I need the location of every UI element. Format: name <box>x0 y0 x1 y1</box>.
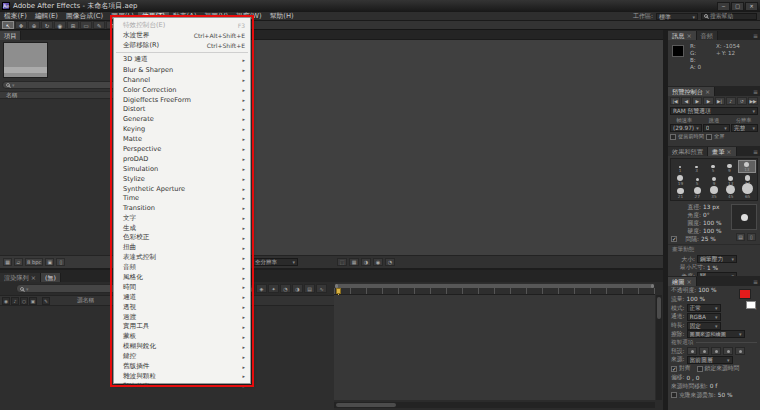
menu-category-21[interactable]: 表達式控制▸ <box>114 253 250 263</box>
clone-overlay-value[interactable]: 50 % <box>718 392 733 398</box>
menu-category-31[interactable]: 鍵控▸ <box>114 352 250 362</box>
source-name-header[interactable]: 源名稱 <box>77 296 94 305</box>
menu-category-34[interactable]: 類比仿真▸ <box>114 381 250 391</box>
full-screen-checkbox[interactable] <box>706 134 712 140</box>
panel-menu-icon[interactable] <box>751 147 760 156</box>
aligned-checkbox[interactable] <box>671 366 677 372</box>
source-time-shift-value[interactable]: 0 f <box>710 383 718 389</box>
menu-category-11[interactable]: proDAD▸ <box>114 154 250 164</box>
background-color-swatch[interactable] <box>746 301 756 309</box>
brush-preset-65[interactable]: 65 <box>739 186 756 199</box>
menu-category-29[interactable]: 蒙板▸ <box>114 332 250 342</box>
menu-category-22[interactable]: 音頻▸ <box>114 263 250 273</box>
last-frame-button[interactable]: ▶| <box>715 97 725 105</box>
menu-category-19[interactable]: 色彩校正▸ <box>114 233 250 243</box>
menu-category-25[interactable]: 通道▸ <box>114 292 250 302</box>
menubar-help[interactable]: 幫助(H) <box>266 12 298 21</box>
from-current-time-checkbox[interactable] <box>670 134 676 140</box>
maximize-button[interactable]: □ <box>731 2 744 11</box>
menubar-file[interactable]: 檔案(F) <box>0 12 31 21</box>
play-button[interactable]: ▶ <box>692 97 702 105</box>
menu-category-26[interactable]: 透視▸ <box>114 302 250 312</box>
solo-icon[interactable]: ○ <box>20 297 28 305</box>
menu-category-30[interactable]: 模糊與銳化▸ <box>114 342 250 352</box>
preview-setting-1[interactable]: 0 <box>703 124 730 132</box>
menu-category-24[interactable]: 時間▸ <box>114 282 250 292</box>
color-depth-button[interactable]: 8 bpc <box>25 258 43 266</box>
brush-preset-1[interactable]: 1 <box>672 160 688 173</box>
menu-category-14[interactable]: Synthetic Aperture▸ <box>114 184 250 194</box>
lock-icon[interactable]: ▣ <box>29 297 37 305</box>
menubar-composition[interactable]: 圖像合成(C) <box>62 12 107 21</box>
menu-category-4[interactable]: Color Correction▸ <box>114 85 250 95</box>
pen-tool[interactable]: ✎ <box>93 21 105 29</box>
brush-preset-27[interactable]: 27 <box>689 186 706 199</box>
menu-category-23[interactable]: 風格化▸ <box>114 273 250 283</box>
menu-category-33[interactable]: 雜波與顆粒▸ <box>114 372 250 382</box>
menu-category-13[interactable]: Stylize▸ <box>114 174 250 184</box>
menu-category-1[interactable]: 3D 通道▸ <box>114 55 250 65</box>
menu-category-2[interactable]: Blur & Sharpen▸ <box>114 65 250 75</box>
timecode-icon[interactable]: ◔ <box>385 258 395 266</box>
menubar-edit[interactable]: 編輯(E) <box>31 12 62 21</box>
tab-brushes[interactable]: 畫筆 <box>708 147 737 156</box>
new-composition-icon[interactable]: ▣ <box>45 258 54 266</box>
brush-preset-21[interactable]: 21 <box>672 186 689 199</box>
panel-menu-icon[interactable] <box>751 87 760 96</box>
camera-tool[interactable]: ◉ <box>54 21 66 29</box>
brush-preset-19[interactable]: 19 <box>672 173 689 186</box>
menu-category-16[interactable]: Transition▸ <box>114 203 250 213</box>
brainstorm-icon[interactable]: ▤ <box>304 284 315 293</box>
panel-menu-icon[interactable] <box>751 31 760 40</box>
blend-mode-dropdown[interactable]: 正常 <box>687 304 721 312</box>
tab-audio[interactable]: 音頻 <box>697 31 718 40</box>
menu-category-3[interactable]: Channel▸ <box>114 75 250 85</box>
channels-dropdown[interactable]: RGBA <box>687 313 721 321</box>
tab-project[interactable]: 項目 <box>0 31 21 40</box>
tab-effects-presets[interactable]: 效果和預置 <box>668 147 708 156</box>
audio-icon[interactable]: ♪ <box>11 297 19 305</box>
brush-preset-9[interactable]: 9 <box>706 173 723 186</box>
clone-preset-4[interactable] <box>723 347 733 355</box>
clone-source-dropdown[interactable]: 當前圖層 <box>687 356 733 364</box>
hide-shy-icon[interactable]: ✦ <box>268 284 279 293</box>
mask-visibility-icon[interactable]: ◑ <box>361 258 371 266</box>
resolution-dropdown[interactable]: 全分辨率 <box>252 258 298 266</box>
lock-source-time-checkbox[interactable] <box>697 366 703 372</box>
horizontal-scrollbar[interactable] <box>334 402 655 408</box>
flow-value[interactable]: 100 % <box>687 296 705 302</box>
new-brush-icon[interactable]: ▤ <box>736 233 745 241</box>
menu-category-17[interactable]: 文字▸ <box>114 213 250 223</box>
snapshot-icon[interactable]: ◉ <box>373 258 383 266</box>
menu-category-27[interactable]: 過渡▸ <box>114 312 250 322</box>
brush-preset-45[interactable]: 45 <box>722 186 739 199</box>
menu-category-7[interactable]: Generate▸ <box>114 114 250 124</box>
minimize-button[interactable]: ─ <box>717 2 730 11</box>
menu-category-5[interactable]: Digieffects FreeForm▸ <box>114 95 250 105</box>
frame-blend-icon[interactable]: ◔ <box>280 284 291 293</box>
erase-dropdown[interactable]: 圖層來源和繪圖 <box>687 330 745 338</box>
tab-timeline-none[interactable]: (無) <box>41 273 61 282</box>
preview-setting-0[interactable]: (29.97) <box>670 124 702 132</box>
menu-category-10[interactable]: Perspective▸ <box>114 144 250 154</box>
menu-category-20[interactable]: 扭曲▸ <box>114 243 250 253</box>
rotation-tool[interactable]: ↻ <box>41 21 53 29</box>
tab-preview[interactable]: 預覽控制台 <box>668 87 715 96</box>
loop-button[interactable]: ↺ <box>737 97 747 105</box>
panel-menu-icon[interactable] <box>751 277 760 286</box>
brush-preset-5[interactable]: 5 <box>689 173 706 186</box>
tab-render-queue[interactable]: 渲染隊列 <box>0 273 41 282</box>
first-frame-button[interactable]: |◀ <box>670 97 680 105</box>
vertical-scrollbar[interactable] <box>656 295 662 400</box>
clone-preset-1[interactable] <box>687 347 697 355</box>
new-folder-icon[interactable]: ▱ <box>14 258 23 266</box>
graph-editor-icon[interactable]: ∿ <box>316 284 327 293</box>
brush-preset-5[interactable]: 5 <box>705 160 721 173</box>
mask-shape-tool[interactable]: ▭ <box>80 21 92 29</box>
video-icon[interactable]: ◉ <box>2 297 10 305</box>
brush-preset-9[interactable]: 9 <box>721 160 737 173</box>
clone-preset-2[interactable] <box>699 347 709 355</box>
ram-preview-button[interactable]: ▶▶ <box>748 97 758 105</box>
menu-item-3[interactable]: 全部移除(R)Ctrl+Shift+E <box>114 40 250 50</box>
brush-preset-13[interactable]: 13 <box>738 160 756 173</box>
